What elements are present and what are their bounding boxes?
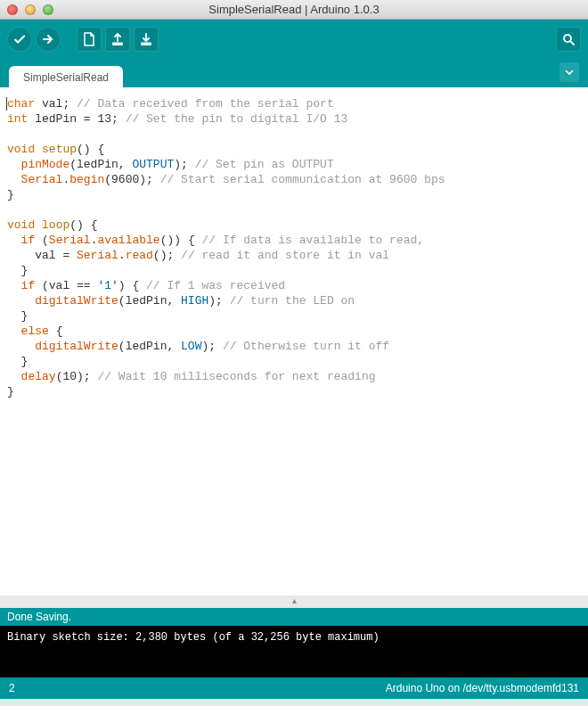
arrow-up-icon [110,32,125,46]
upload-button[interactable] [36,27,61,52]
line-number-indicator: 2 [9,682,15,694]
arrow-down-icon [139,32,153,46]
tab-label: SimpleSerialRead [23,71,109,84]
save-button[interactable] [134,27,159,52]
tab-simpleserialread[interactable]: SimpleSerialRead [9,66,123,87]
arrow-right-icon [41,32,55,46]
window-titlebar: SimpleSerialRead | Arduino 1.0.3 [0,0,588,20]
traffic-lights [7,4,53,15]
new-button[interactable] [77,27,102,52]
file-icon [83,32,95,46]
serial-monitor-icon [561,32,576,46]
console-output[interactable]: Binary sketch size: 2,380 bytes (of a 32… [0,626,588,677]
tab-bar: SimpleSerialRead [0,59,588,87]
tab-menu-button[interactable] [559,62,579,82]
bottom-bar: 2 Arduino Uno on /dev/tty.usbmodemfd131 [0,677,588,699]
board-port-info: Arduino Uno on /dev/tty.usbmodemfd131 [386,682,579,694]
chevron-down-icon [565,68,574,77]
serial-monitor-button[interactable] [556,27,581,52]
zoom-window-button[interactable] [43,4,53,15]
check-icon [12,32,27,46]
status-bar: Done Saving. [0,608,588,626]
minimize-window-button[interactable] [25,4,36,15]
code-editor[interactable]: char val; // Data received from the seri… [0,87,588,595]
verify-button[interactable] [7,27,32,52]
console-line: Binary sketch size: 2,380 bytes (of a 32… [7,631,380,644]
open-button[interactable] [105,27,130,52]
close-window-button[interactable] [7,4,18,15]
status-message: Done Saving. [7,611,71,623]
editor-console-resize-handle[interactable]: ▴ [0,595,588,608]
window-title: SimpleSerialRead | Arduino 1.0.3 [0,3,588,16]
toolbar [0,20,588,59]
